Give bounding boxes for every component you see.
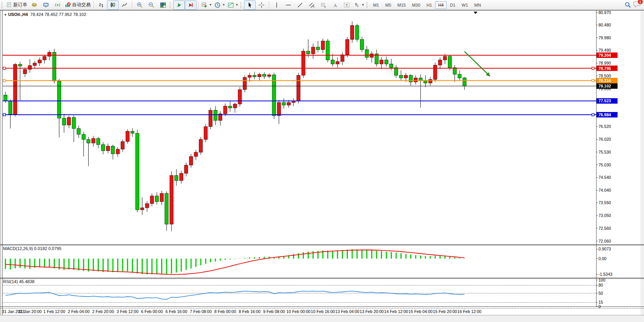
- arrows-tool-icon: [354, 2, 360, 8]
- price-tag-label: 78.102: [598, 84, 611, 88]
- chart-profile-icon: [31, 2, 37, 8]
- time-tick-label: 15 Feb 04:00: [409, 309, 433, 314]
- toolbar-separator: [198, 1, 198, 9]
- zoom-in-button[interactable]: [134, 0, 146, 10]
- auto-scroll-icon: [176, 2, 182, 8]
- price-tag-label: 79.304: [598, 53, 611, 58]
- period-button[interactable]: ▼: [213, 0, 226, 10]
- time-axis[interactable]: 31 Jan 202331 Jan 20:001 Feb 12:002 Feb …: [2, 309, 481, 314]
- dropdown-caret-icon: ▼: [361, 3, 365, 7]
- price-tick-label: 72.060: [598, 239, 611, 243]
- chart-area[interactable]: 80.97080.48079.98079.49078.99078.50078.0…: [0, 10, 644, 322]
- svg-text:T: T: [346, 3, 348, 7]
- price-tick-label: 78.990: [598, 61, 611, 65]
- template-button[interactable]: ▼: [226, 0, 240, 10]
- time-tick-label: 1 Feb 12:00: [43, 309, 65, 314]
- time-tick-label: 8 Feb 00:00: [214, 309, 236, 314]
- timeframe-w1-button[interactable]: W1: [458, 1, 471, 9]
- trendline-tool-button[interactable]: [294, 0, 306, 10]
- time-tick-label: 14 Feb 12:00: [384, 309, 408, 314]
- chart-shift-button[interactable]: [185, 0, 197, 10]
- toolbar-separator: [269, 1, 269, 9]
- price-tick-label: 80.480: [598, 23, 611, 27]
- trading-terminal-window: 新订单 自动交易: [0, 0, 644, 322]
- time-tick-label: 2 Feb 20:00: [92, 309, 114, 314]
- signals-button[interactable]: [52, 0, 63, 10]
- chart-canvas[interactable]: 80.97080.48079.98079.49078.99078.50078.0…: [0, 10, 644, 322]
- arrows-tool-button[interactable]: ▼: [353, 0, 366, 10]
- text-tool-button[interactable]: A: [329, 0, 341, 10]
- price-tag-label: 76.984: [598, 112, 611, 117]
- time-tick-label: 9 Feb 08:00: [263, 309, 285, 314]
- timeframe-h4-button[interactable]: H4: [435, 1, 447, 9]
- svg-text:A: A: [333, 2, 337, 8]
- symbol-period-label: USOil-,H4: [8, 12, 28, 17]
- collapse-chart-icon[interactable]: ▼: [4, 13, 7, 17]
- notifications-button[interactable]: 1: [633, 1, 641, 9]
- zoom-out-button[interactable]: [146, 0, 157, 10]
- trendline-icon: [297, 2, 303, 8]
- main-toolbar: 新订单 自动交易: [0, 0, 644, 10]
- macd-tick-label: -1.5343: [598, 272, 612, 276]
- text-label-icon: T: [344, 2, 350, 8]
- new-order-button[interactable]: 新订单: [5, 0, 28, 10]
- toolbar-grip[interactable]: [240, 2, 242, 8]
- cursor-tool-button[interactable]: [244, 0, 256, 10]
- rsi-tick-label: 0: [598, 304, 601, 309]
- price-tag-label: 78.795: [598, 66, 611, 71]
- rsi-tick-label: 80: [598, 283, 603, 287]
- toolbar-grip[interactable]: [170, 2, 172, 8]
- candlestick-chart-type-button[interactable]: [107, 0, 119, 10]
- timeframe-h1-button[interactable]: H1: [423, 1, 435, 9]
- svg-text:F: F: [324, 5, 326, 8]
- auto-scroll-button[interactable]: [173, 0, 185, 10]
- fibonacci-tool-button[interactable]: F: [318, 0, 329, 10]
- add-indicator-icon: [201, 2, 207, 8]
- time-tick-label: 10 Feb 16:00: [311, 309, 335, 314]
- autotrading-button[interactable]: 自动交易: [63, 0, 92, 10]
- line-handle: [3, 79, 5, 82]
- notification-badge: 1: [637, 0, 643, 5]
- ohlc-values: 78.424 78.452 77.952 78.102: [30, 12, 86, 17]
- candlestick-icon: [110, 2, 116, 8]
- horizontal-line-tool-button[interactable]: [283, 0, 294, 10]
- crosshair-icon: [258, 2, 265, 8]
- price-tick-label: 78.500: [598, 74, 611, 78]
- time-tick-label: 10 Feb 00:00: [286, 309, 311, 314]
- search-button[interactable]: [622, 0, 633, 10]
- channel-tool-button[interactable]: E: [306, 0, 318, 10]
- price-tag-label: 77.523: [598, 98, 611, 103]
- toolbar-grip[interactable]: [2, 2, 4, 8]
- zoom-in-icon: [137, 2, 143, 8]
- toolbar-grip[interactable]: [367, 2, 369, 8]
- line-chart-type-button[interactable]: [119, 0, 130, 10]
- dropdown-caret-icon: ▼: [235, 3, 239, 7]
- price-tick-label: 74.540: [598, 175, 611, 180]
- crosshair-tool-button[interactable]: [256, 0, 267, 10]
- timeframe-m1-button[interactable]: M1: [370, 1, 382, 9]
- time-tick-label: 7 Feb 08:00: [190, 309, 212, 314]
- vertical-line-tool-button[interactable]: [271, 0, 283, 10]
- new-order-icon: [6, 2, 12, 8]
- chart-background: [0, 10, 644, 322]
- text-tool-icon: A: [332, 2, 338, 8]
- toolbar-separator: [93, 1, 94, 9]
- bar-chart-type-button[interactable]: [95, 0, 107, 10]
- price-tick-label: 73.550: [598, 200, 611, 205]
- tile-windows-button[interactable]: [157, 0, 169, 10]
- zoom-out-icon: [148, 2, 154, 8]
- timeframe-mn-button[interactable]: MN: [471, 1, 484, 9]
- text-label-tool-button[interactable]: T: [341, 0, 353, 10]
- timeframe-d1-button[interactable]: D1: [447, 1, 458, 9]
- timeframe-m15-button[interactable]: M15: [394, 1, 409, 9]
- cursor-icon: [247, 2, 253, 8]
- price-tick-label: 72.560: [598, 226, 611, 231]
- rsi-indicator-title: RSI(14) 45.4838: [3, 279, 35, 284]
- chart-profile-button[interactable]: [28, 0, 40, 10]
- template-icon: [228, 2, 234, 8]
- timeframe-m5-button[interactable]: M5: [382, 1, 394, 9]
- add-indicator-button[interactable]: ▼: [200, 0, 213, 10]
- timeframe-m30-button[interactable]: M30: [409, 1, 423, 9]
- metaeditor-button[interactable]: [40, 0, 52, 10]
- toolbar-separator: [132, 1, 132, 9]
